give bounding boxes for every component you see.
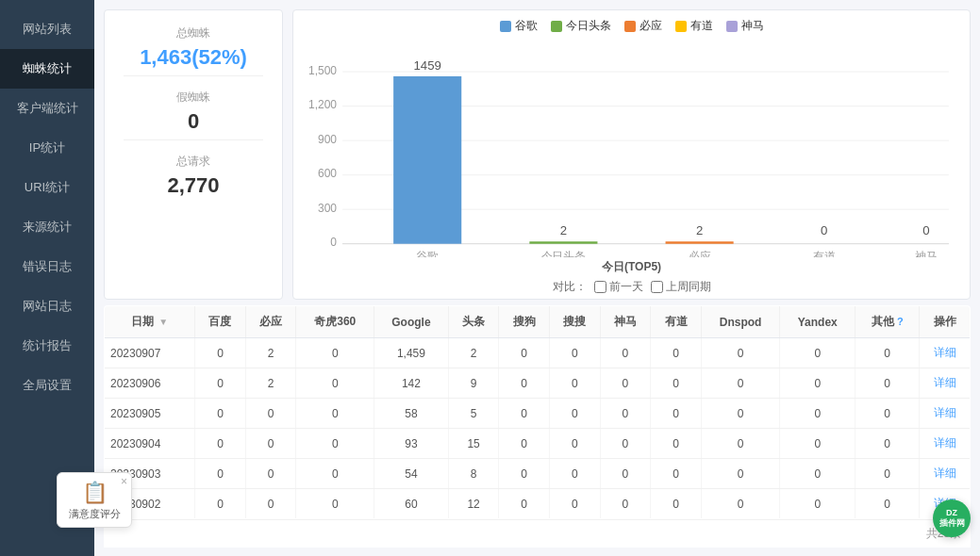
data-cell: 0 [195,338,246,368]
data-cell: 0 [549,489,600,519]
compare-prev-day-label[interactable]: 前一天 [594,279,643,295]
legend-google-dot [500,21,511,32]
table-section: 日期 ▼ 百度 必应 奇虎360 Google 头条 搜狗 搜搜 神马 有道 D… [94,305,980,556]
top-section: 总蜘蛛 1,463(52%) 假蜘蛛 0 总请求 2,770 谷歌 [94,0,980,305]
svg-text:1,500: 1,500 [308,63,337,76]
chart-legend: 谷歌 今日头条 必应 有道 神马 [303,18,960,34]
compare-prev-day-checkbox[interactable] [594,281,606,293]
data-cell: 0 [780,459,855,489]
legend-google-label: 谷歌 [515,18,538,34]
table-body: 202309070201,45920000000详细20230906020142… [105,338,971,519]
sidebar-item-ip-stats[interactable]: IP统计 [0,128,94,168]
data-cell: 0 [651,459,702,489]
table-row: 2023090200060120000000详细 [105,489,971,519]
op-cell[interactable]: 详细 [920,459,971,489]
data-cell: 0 [600,368,651,399]
col-date[interactable]: 日期 ▼ [105,306,195,338]
data-cell: 0 [701,338,780,368]
data-cell: 93 [374,429,449,459]
other-help-icon[interactable]: ? [897,316,904,327]
total-request-label: 总请求 [124,154,263,170]
legend-shenma: 神马 [726,18,764,34]
data-cell: 0 [195,459,246,489]
data-cell: 0 [195,399,246,429]
svg-text:0: 0 [922,223,929,237]
data-cell: 142 [374,368,449,399]
data-cell: 0 [245,489,296,519]
satisfaction-widget: × 📋 满意度评分 [57,472,132,528]
bar-toutiao [529,241,597,243]
sidebar-item-client-stats[interactable]: 客户端统计 [0,89,94,128]
fake-spider-block: 假蜘蛛 0 [124,84,263,140]
sidebar-item-site-log[interactable]: 网站日志 [0,286,94,326]
data-cell: 0 [651,489,702,519]
legend-youdao-dot [675,21,687,32]
data-cell: 0 [499,429,550,459]
op-cell[interactable]: 详细 [920,429,971,459]
legend-toutiao-label: 今日头条 [566,18,611,34]
col-sogou: 搜狗 [499,306,550,338]
sidebar-item-source-stats[interactable]: 来源统计 [0,207,94,247]
col-qihu: 奇虎360 [296,306,374,338]
op-cell[interactable]: 详细 [920,368,971,399]
table-row: 2023090602014290000000详细 [105,368,971,399]
compare-last-week-checkbox[interactable] [651,281,663,293]
data-cell: 15 [448,429,499,459]
chart-canvas: 0 300 600 900 1,200 1,500 1459 [303,40,960,257]
fake-spider-value: 0 [124,109,263,134]
total-request-value: 2,770 [124,173,263,198]
data-cell: 0 [296,368,374,399]
data-cell: 58 [374,399,449,429]
op-cell[interactable]: 详细 [920,338,971,368]
data-cell: 0 [549,399,600,429]
sidebar-item-stats-report[interactable]: 统计报告 [0,326,94,366]
data-cell: 5 [448,399,499,429]
legend-bing-dot [624,21,636,32]
data-cell: 0 [651,338,702,368]
svg-text:今日头条: 今日头条 [541,250,587,258]
table-header-row: 日期 ▼ 百度 必应 奇虎360 Google 头条 搜狗 搜搜 神马 有道 D… [105,306,971,338]
data-cell: 0 [780,368,855,399]
data-cell: 0 [701,459,780,489]
sidebar-item-spider-stats[interactable]: 蜘蛛统计 [0,49,94,89]
data-cell: 0 [600,489,651,519]
col-toutiao: 头条 [448,306,499,338]
legend-google: 谷歌 [500,18,538,34]
data-cell: 0 [600,399,651,429]
data-cell: 0 [296,429,374,459]
sidebar-item-error-log[interactable]: 错误日志 [0,247,94,286]
data-cell: 0 [549,429,600,459]
satisfaction-close-button[interactable]: × [121,475,127,488]
satisfaction-label: 满意度评分 [63,507,125,521]
col-dnspod: Dnspod [701,306,780,338]
data-cell: 20230904 [105,429,195,459]
data-cell: 0 [651,368,702,399]
svg-text:必应: 必应 [689,250,711,258]
svg-text:2: 2 [696,223,703,237]
data-cell: 0 [855,338,920,368]
total-request-block: 总请求 2,770 [124,148,263,204]
dz-badge[interactable]: DZ插件网 [933,499,971,537]
data-cell: 0 [855,429,920,459]
data-cell: 0 [245,429,296,459]
data-cell: 0 [701,399,780,429]
sidebar-item-website-list[interactable]: 网站列表 [0,9,94,49]
col-yandex: Yandex [780,306,855,338]
legend-bing: 必应 [624,18,662,34]
total-spider-block: 总蜘蛛 1,463(52%) [124,20,263,76]
bar-chart-svg: 0 300 600 900 1,200 1,500 1459 [303,40,960,257]
legend-toutiao: 今日头条 [551,18,611,34]
data-cell: 0 [600,338,651,368]
sidebar-item-uri-stats[interactable]: URI统计 [0,168,94,207]
svg-text:900: 900 [318,132,337,145]
op-cell[interactable]: 详细 [920,399,971,429]
col-op: 操作 [920,306,971,338]
legend-shenma-label: 神马 [741,18,764,34]
data-cell: 0 [195,489,246,519]
sidebar-item-global-settings[interactable]: 全局设置 [0,366,94,405]
compare-last-week-label[interactable]: 上周同期 [651,279,711,295]
data-cell: 0 [701,368,780,399]
data-cell: 0 [549,459,600,489]
data-cell: 0 [855,459,920,489]
col-soso: 搜搜 [549,306,600,338]
